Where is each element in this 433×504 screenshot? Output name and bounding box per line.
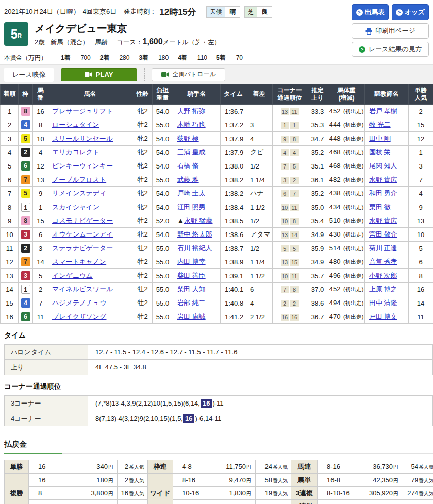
corner3-label: 3コーナー xyxy=(5,396,88,411)
frame-badge: 2 xyxy=(21,244,30,253)
time-cell: 1:41.2 xyxy=(221,310,246,324)
print-page-button[interactable]: 印刷用ページ xyxy=(352,23,429,39)
trainer-link[interactable]: 岩戸 孝樹 xyxy=(369,107,397,115)
jockey-link[interactable]: 木幡 巧也 xyxy=(177,121,206,128)
highlighted-horse-number: 16 xyxy=(183,414,194,423)
payout-amount: 180円 xyxy=(64,474,118,487)
frame-badge: 6 xyxy=(21,161,30,171)
trainer-link[interactable]: 田中 清隆 xyxy=(369,299,397,307)
corner4-box: 11 xyxy=(290,108,299,115)
trainer-link[interactable]: 尾関 知人 xyxy=(369,162,397,170)
jockey-cell: 岩部 純二 xyxy=(173,296,221,310)
horse-number-cell: 3 xyxy=(33,242,48,255)
corner3-box: 1 xyxy=(281,122,289,129)
jockey-link[interactable]: 石川 裕紀人 xyxy=(177,244,212,252)
patrol-video-button[interactable]: 全周パトロール xyxy=(152,68,225,81)
jockey-link[interactable]: 戸崎 圭太 xyxy=(177,189,206,197)
payout-amount: 11,750円 xyxy=(211,460,256,474)
trainer-link[interactable]: 田中 剛 xyxy=(369,135,391,142)
rank-cell: 2 xyxy=(1,118,19,132)
load-weight-cell: 54.0 xyxy=(153,228,173,242)
horse-name-link[interactable]: ローシュタイン xyxy=(52,121,99,128)
trainer-link[interactable]: 牧 光二 xyxy=(369,121,391,128)
trainer-link[interactable]: 栗田 徹 xyxy=(369,203,391,211)
payout-combination: 16 xyxy=(29,474,64,487)
jockey-link[interactable]: 岩部 純二 xyxy=(177,299,206,307)
jockey-link[interactable]: 江田 照男 xyxy=(177,203,206,211)
horse-name-cell: スカイシャイン xyxy=(48,200,132,214)
jockey-link[interactable]: 野中 悠太郎 xyxy=(177,230,212,238)
jockey-link[interactable]: 内田 博幸 xyxy=(177,258,206,265)
payout-heading: 払戻金 xyxy=(4,440,62,454)
horse-name-link[interactable]: ステラナビゲーター xyxy=(52,244,113,252)
jockey-link[interactable]: 永野 猛蔵 xyxy=(184,217,213,224)
horse-name-link[interactable]: スマートキャノン xyxy=(52,258,106,265)
corner-order-cell: 22 xyxy=(273,296,307,310)
horse-name-link[interactable]: プレサージュリフト xyxy=(52,107,113,115)
rank-cell: 7 xyxy=(1,187,19,200)
time-cell: 1:38.9 xyxy=(221,255,246,269)
horse-name-link[interactable]: ノーブルフロスト xyxy=(52,176,106,183)
turf-value: 良 xyxy=(257,7,272,17)
time-section-heading: タイム xyxy=(4,331,433,340)
table-row: 3510スリールサンセール牝254.0荻野 極1:37.949834.7448 … xyxy=(1,132,433,146)
patrol-label: 全周パトロール xyxy=(173,70,216,79)
trainer-link[interactable]: 音無 秀孝 xyxy=(369,258,397,265)
payout-amount: 9,470円 xyxy=(211,474,256,487)
horse-name-link[interactable]: スカイシャイン xyxy=(52,203,99,211)
payout-amount: 1,160円 xyxy=(64,500,118,504)
jockey-link[interactable]: 石橋 脩 xyxy=(177,162,199,170)
prize-amount: 280 xyxy=(119,54,129,61)
trainer-link[interactable]: 戸田 博文 xyxy=(369,313,397,320)
corner3-box: 10 xyxy=(281,204,289,211)
jockey-link[interactable]: 三浦 皇成 xyxy=(177,148,206,156)
horse-name-link[interactable]: コスモナビゲーター xyxy=(52,217,113,224)
corner3-pre: (7,*8)13-4,3,9(2,12)10(1,5,15)(6,14, xyxy=(95,399,200,407)
trainer-link[interactable]: 菊川 正達 xyxy=(369,244,397,252)
sex-age-cell: 牝2 xyxy=(132,132,153,146)
trainer-link[interactable]: 水野 貴広 xyxy=(369,176,397,183)
column-header: 馬 番 xyxy=(33,84,48,105)
popularity-cell: 7 xyxy=(409,173,433,187)
horse-name-link[interactable]: ピンキーウィンキー xyxy=(52,162,113,170)
horse-name-link[interactable]: リメインステディ xyxy=(52,189,106,197)
horse-name-cell: ブレイクザソング xyxy=(48,310,132,324)
yen-suffix: 円 xyxy=(108,478,113,483)
horse-name-link[interactable]: スリールサンセール xyxy=(52,135,113,142)
trainer-link[interactable]: 和田 勇介 xyxy=(369,189,397,197)
margin-cell: 1/2 xyxy=(246,242,273,255)
body-weight-cell: 482 (初出走) xyxy=(328,173,365,187)
last-3f-cell: 37.0 xyxy=(307,283,328,296)
entry-table-button[interactable]: > 出馬表 xyxy=(352,4,389,20)
corner4-value: 8(7,13)-4(3,12)9(2,10,15)(1,5,16)-6,14-1… xyxy=(88,411,433,426)
jockey-link[interactable]: 武藤 雅 xyxy=(177,176,199,183)
horse-name-link[interactable]: ブレイクザソング xyxy=(52,313,106,320)
rank-cell: 15 xyxy=(1,296,19,310)
horse-name-link[interactable]: ハジメテノチュウ xyxy=(52,299,106,307)
trainer-link[interactable]: 国枝 栄 xyxy=(369,148,391,156)
how-to-read-button[interactable]: > レース結果の見方 xyxy=(352,42,429,57)
horse-name-link[interactable]: オウケンムーンアイ xyxy=(52,230,113,238)
horse-name-link[interactable]: エリカコレクト xyxy=(52,148,99,156)
furlong-time-value: 12.7 - 11.5 - 12.4 - 12.6 - 12.7 - 11.5 … xyxy=(88,345,433,360)
frame-cell: 6 xyxy=(19,159,33,173)
jockey-link[interactable]: 岩田 康誠 xyxy=(177,313,206,320)
corner3-post: )-11 xyxy=(212,399,223,407)
corner4-box: 5 xyxy=(290,163,299,170)
jockey-link[interactable]: 大野 拓弥 xyxy=(177,107,206,115)
jockey-link[interactable]: 柴田 善臣 xyxy=(177,272,206,279)
corner4-box: 8 xyxy=(290,218,299,225)
play-button[interactable]: PLAY xyxy=(61,68,137,81)
trainer-link[interactable]: 宮田 敬介 xyxy=(369,230,397,238)
jockey-link[interactable]: 柴田 大知 xyxy=(177,285,206,293)
horse-name-link[interactable]: マイネルビスワール xyxy=(52,285,113,293)
race-number-suffix: R xyxy=(18,32,22,40)
horse-name-link[interactable]: インゲニウム xyxy=(52,272,93,279)
trainer-link[interactable]: 水野 貴広 xyxy=(369,217,397,224)
popularity-suffix: 番人気 xyxy=(129,478,144,483)
trainer-link[interactable]: 上原 博之 xyxy=(369,285,397,293)
sex-age-cell: 牡2 xyxy=(132,255,153,269)
trainer-link[interactable]: 小野 次郎 xyxy=(369,272,397,279)
odds-button[interactable]: > オッズ xyxy=(392,4,429,20)
jockey-link[interactable]: 荻野 極 xyxy=(177,135,199,142)
